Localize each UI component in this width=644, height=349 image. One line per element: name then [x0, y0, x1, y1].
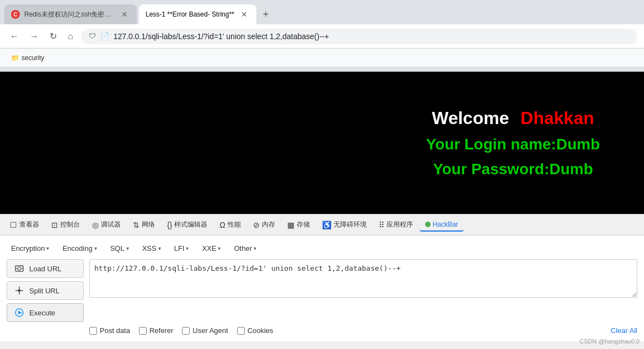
xxe-label: XXE [202, 244, 216, 253]
devtools-memory[interactable]: ⊘ 内存 [248, 218, 281, 232]
split-url-label: Split URL [29, 287, 60, 295]
hackbar-main-row: Load URL Split URL [7, 259, 637, 322]
other-menu[interactable]: Other ▾ [229, 242, 261, 255]
address-bar[interactable]: 🛡 📄 [81, 29, 637, 44]
svg-point-1 [18, 267, 21, 270]
home-button[interactable]: ⌂ [65, 29, 77, 44]
style-editor-label: 样式编辑器 [174, 220, 207, 229]
clear-all-button[interactable]: Clear All [611, 326, 637, 335]
user-agent-label: User Agent [192, 326, 228, 335]
encoding-arrow-icon: ▾ [94, 245, 97, 251]
inspector-label: 查看器 [19, 220, 39, 229]
devtools-storage[interactable]: ▦ 存储 [282, 218, 315, 232]
storage-label: 存储 [297, 220, 310, 229]
login-name-display: Your Login name:Dumb [426, 132, 600, 157]
forward-button[interactable]: → [26, 29, 42, 44]
lfi-arrow-icon: ▾ [186, 245, 189, 251]
devtools-toolbar: ☐ 查看器 ⊡ 控制台 ◎ 调试器 ⇅ 网络 {} 样式编辑器 Ω 性能 ⊘ 内… [0, 214, 644, 235]
tab-close-sqli[interactable]: ✕ [239, 9, 250, 20]
encoding-menu[interactable]: Encoding ▾ [58, 242, 101, 255]
new-tab-button[interactable]: + [259, 7, 273, 23]
encryption-arrow-icon: ▾ [46, 245, 49, 251]
bookmark-folder-icon: 📁 [11, 54, 19, 62]
bookmark-security-label: security [22, 54, 44, 62]
hackbar-dot-icon [425, 222, 431, 227]
svg-marker-9 [18, 311, 22, 315]
post-data-label: Post data [100, 326, 130, 335]
hackbar-buttons: Load URL Split URL [7, 259, 84, 322]
page-icon: 📄 [100, 32, 109, 40]
xss-menu[interactable]: XSS ▾ [138, 242, 165, 255]
network-label: 网络 [142, 220, 155, 229]
referer-checkbox-item[interactable]: Referer [139, 326, 173, 335]
security-shield-icon: 🛡 [89, 32, 96, 40]
devtools-inspector[interactable]: ☐ 查看器 [4, 218, 45, 232]
devtools-hackbar[interactable]: HackBar [420, 218, 464, 232]
devtools-console[interactable]: ⊡ 控制台 [46, 218, 85, 232]
debugger-label: 调试器 [101, 220, 121, 229]
referer-checkbox[interactable] [139, 327, 147, 335]
post-data-checkbox-item[interactable]: Post data [89, 326, 130, 335]
load-url-button[interactable]: Load URL [7, 259, 84, 278]
split-url-button[interactable]: Split URL [7, 281, 84, 300]
inspector-icon: ☐ [10, 221, 17, 229]
main-content: Welcome Dhakkan Your Login name:Dumb You… [0, 72, 644, 214]
devtools-debugger[interactable]: ◎ 调试器 [87, 218, 126, 232]
encryption-menu[interactable]: Encryption ▾ [7, 242, 53, 255]
cookies-checkbox[interactable] [237, 327, 245, 335]
tab-close-redis[interactable]: ✕ [119, 9, 130, 20]
user-agent-checkbox[interactable] [182, 327, 190, 335]
address-input[interactable] [114, 32, 630, 41]
user-agent-checkbox-item[interactable]: User Agent [182, 326, 228, 335]
other-arrow-icon: ▾ [254, 245, 256, 251]
memory-icon: ⊘ [253, 221, 260, 229]
execute-icon [14, 307, 25, 318]
password-display: Your Password:Dumb [426, 157, 600, 182]
performance-icon: Ω [219, 221, 225, 229]
tab-favicon-redis: C [11, 10, 20, 19]
tab-title-redis: Redis未授权访问之ssh免密登... [24, 10, 115, 19]
application-icon: ⠿ [379, 221, 384, 229]
hackbar-label: HackBar [433, 221, 458, 228]
devtools-performance[interactable]: Ω 性能 [214, 218, 246, 232]
network-icon: ⇅ [133, 221, 139, 229]
post-data-checkbox[interactable] [89, 327, 97, 335]
lfi-menu[interactable]: LFI ▾ [170, 242, 194, 255]
other-label: Other [234, 244, 252, 253]
encoding-label: Encoding [62, 244, 92, 253]
tab-title-sqli: Less-1 **Error Based- String** [146, 10, 234, 18]
devtools-style-editor[interactable]: {} 样式编辑器 [162, 218, 213, 232]
hackbar-footer: Post data Referer User Agent Cookies Cle… [89, 322, 637, 337]
console-label: 控制台 [60, 220, 80, 229]
cookies-checkbox-item[interactable]: Cookies [237, 326, 273, 335]
devtools-accessibility[interactable]: ♿ 无障碍环境 [316, 218, 372, 232]
welcome-block: Welcome Dhakkan Your Login name:Dumb You… [426, 104, 600, 182]
sql-menu[interactable]: SQL ▾ [106, 242, 133, 255]
memory-label: 内存 [262, 220, 275, 229]
sql-arrow-icon: ▾ [126, 245, 129, 251]
load-url-label: Load URL [29, 265, 62, 273]
performance-label: 性能 [228, 220, 241, 229]
tab-sqli[interactable]: Less-1 **Error Based- String** ✕ [139, 4, 256, 24]
split-url-icon [14, 285, 25, 296]
cookies-label: Cookies [248, 326, 273, 335]
back-button[interactable]: ← [7, 29, 22, 44]
tab-redis[interactable]: C Redis未授权访问之ssh免密登... ✕ [4, 4, 137, 24]
execute-button[interactable]: Execute [7, 303, 84, 322]
sql-label: SQL [110, 244, 125, 253]
devtools-network[interactable]: ⇅ 网络 [127, 218, 160, 232]
load-url-icon [14, 263, 25, 274]
bookmark-security[interactable]: 📁 security [7, 52, 49, 64]
nav-bar: ← → ↻ ⌂ 🛡 📄 [0, 24, 644, 49]
lfi-label: LFI [174, 244, 185, 253]
url-textarea[interactable] [89, 259, 637, 298]
csdn-credit: CSDN @hangshao0.0 [579, 338, 640, 345]
devtools-application[interactable]: ⠿ 应用程序 [373, 218, 418, 232]
bookmarks-bar: 📁 security [0, 49, 644, 67]
reload-button[interactable]: ↻ [46, 29, 60, 44]
xxe-menu[interactable]: XXE ▾ [197, 242, 225, 255]
accessibility-label: 无障碍环境 [334, 220, 367, 229]
svg-point-7 [18, 289, 21, 292]
style-editor-icon: {} [167, 221, 172, 229]
hackbar-area: Encryption ▾ Encoding ▾ SQL ▾ XSS ▾ LFI … [0, 235, 644, 341]
